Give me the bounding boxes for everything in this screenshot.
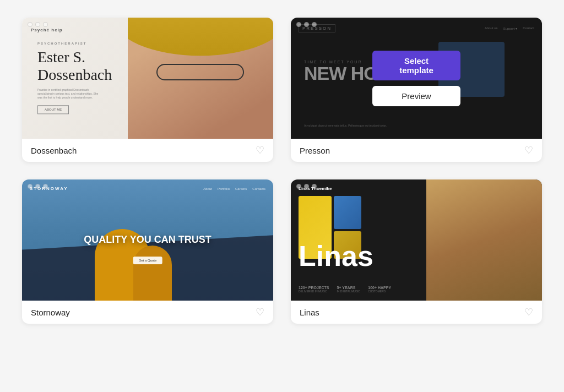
dot-yellow [304,22,309,27]
dot-green [312,22,317,27]
presson-footer: Presson ♡ [291,139,542,162]
dossenbach-preview-btn[interactable]: Preview [104,86,192,106]
presson-select-btn[interactable]: Select template [372,51,460,80]
dot-red [28,22,32,27]
linas-select-btn[interactable]: Select template [372,213,460,242]
card-preview-presson[interactable]: PRESSON About us Support ▾ Contact TIME … [291,18,542,139]
card-dossenbach: Psyché help Home About Services ▾ Contac… [22,18,273,162]
card-linas: Linas Thoemike Work About Clients Contac… [291,179,542,324]
dot-green [312,184,317,189]
stornoway-preview-btn[interactable]: Preview [104,248,192,268]
presson-name-label: Presson [300,146,330,155]
dossenbach-favorite-btn[interactable]: ♡ [256,145,264,155]
card-stornoway: STORNOWAY About Portfolio Careers Contac… [22,179,273,324]
dot-red [28,184,32,189]
stornoway-favorite-btn[interactable]: ♡ [256,307,264,317]
dot-red [296,184,301,189]
dossenbach-select-btn[interactable]: Select template [104,51,192,80]
window-chrome-stornoway [28,184,48,189]
stornoway-select-btn[interactable]: Select template [104,213,192,242]
dot-green [43,184,48,189]
dossenbach-name-label: Dossenbach [31,146,77,155]
stornoway-footer: Stornoway ♡ [22,301,273,324]
linas-favorite-btn[interactable]: ♡ [524,307,533,317]
template-grid: Psyché help Home About Services ▾ Contac… [0,0,564,341]
card-preview-dossenbach[interactable]: Psyché help Home About Services ▾ Contac… [22,18,273,139]
dossenbach-footer: Dossenbach ♡ [22,139,273,162]
dot-yellow [35,22,40,27]
card-presson: PRESSON About us Support ▾ Contact TIME … [291,18,542,162]
presson-favorite-btn[interactable]: ♡ [524,145,533,155]
card-preview-linas[interactable]: Linas Thoemike Work About Clients Contac… [291,179,542,301]
linas-preview-btn[interactable]: Preview [372,248,460,268]
dot-green [43,22,48,27]
window-chrome-dossenbach [28,22,48,27]
dot-yellow [35,184,40,189]
window-chrome-linas [296,184,317,189]
dot-red [296,22,301,27]
dot-yellow [304,184,309,189]
linas-footer: Linas ♡ [291,301,542,324]
window-chrome-presson [296,22,317,27]
stornoway-name-label: Stornoway [31,308,70,317]
linas-name-label: Linas [300,308,319,317]
presson-preview-btn[interactable]: Preview [372,86,460,106]
card-preview-stornoway[interactable]: STORNOWAY About Portfolio Careers Contac… [22,179,273,301]
presson-overlay: Select template Preview [291,18,542,139]
